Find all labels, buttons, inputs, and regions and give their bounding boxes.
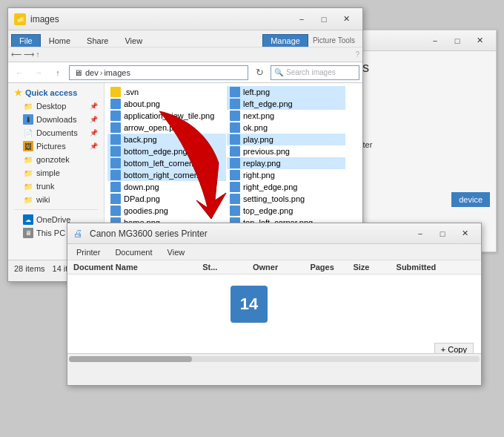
onedrive-icon: ☁ <box>23 214 33 225</box>
printer-maximize-button[interactable]: □ <box>432 226 453 241</box>
path-dev: dev <box>85 68 99 77</box>
list-item[interactable]: goodies.png <box>107 205 226 217</box>
printer-menu-view[interactable]: View <box>165 246 188 258</box>
file-name: setting_tools.png <box>243 194 305 203</box>
forward-button[interactable]: → <box>30 65 47 80</box>
file-name: replay.png <box>243 159 281 168</box>
back-button[interactable]: ← <box>11 65 27 80</box>
maximize-button[interactable]: □ <box>447 33 468 48</box>
quick-access-label: Quick access <box>25 88 77 97</box>
sidebar-item-wiki[interactable]: 📁 wiki <box>8 193 104 206</box>
file-name: next.png <box>243 111 274 120</box>
file-name: about.png <box>124 99 160 108</box>
sidebar-item-pictures[interactable]: 🖼 Pictures 📌 <box>8 139 104 153</box>
sidebar-item-label: Documents <box>36 128 78 137</box>
path-images: images <box>104 68 130 77</box>
list-item[interactable]: application_view_tile.png <box>107 110 226 122</box>
list-item[interactable]: right.png <box>227 169 345 181</box>
list-item[interactable]: about.png <box>107 98 226 110</box>
address-path[interactable]: 🖥 dev › images <box>69 65 248 80</box>
manage-tab[interactable]: Manage <box>262 34 308 47</box>
sidebar-item-downloads[interactable]: ⬇ Downloads 📌 <box>8 113 104 126</box>
maximize-button[interactable]: □ <box>314 12 334 27</box>
refresh-button[interactable]: ↻ <box>251 65 268 80</box>
list-item[interactable]: .svn <box>107 86 226 98</box>
ribbon-tabs: File Home Share View Manage Picture Tool… <box>8 30 362 47</box>
tab-home[interactable]: Home <box>41 34 79 47</box>
file-icon <box>110 170 121 180</box>
printer-window-title: Canon MG3600 series Printer <box>90 229 410 239</box>
file-icon <box>110 111 121 121</box>
quick-access-header[interactable]: ★ Quick access <box>8 86 104 99</box>
tab-share[interactable]: Share <box>79 34 116 47</box>
search-box[interactable]: 🔍 Search images <box>271 65 359 80</box>
close-button[interactable]: ✕ <box>336 12 357 27</box>
list-item[interactable]: down.png <box>107 181 226 193</box>
file-name: top_edge.png <box>243 206 293 215</box>
list-item[interactable]: left_edge.png <box>227 98 345 110</box>
file-name: left_edge.png <box>243 99 293 108</box>
pin-icon: 📌 <box>90 102 98 110</box>
list-item[interactable]: replay.png <box>227 157 345 169</box>
printer-close-button[interactable]: ✕ <box>454 226 475 241</box>
file-name: left.png <box>243 88 270 96</box>
tab-view[interactable]: View <box>116 34 150 47</box>
list-item[interactable]: bottom_edge.png <box>107 145 226 157</box>
printer-scrollbar[interactable] <box>67 353 481 364</box>
printer-menu-document[interactable]: Document <box>112 246 155 258</box>
list-item[interactable]: right_edge.png <box>227 181 345 193</box>
sidebar-item-trunk[interactable]: 📁 trunk <box>8 180 104 193</box>
sidebar-item-label: Pictures <box>36 142 66 151</box>
list-item[interactable]: next.png <box>227 110 345 122</box>
up-button[interactable]: ↑ <box>50 65 66 80</box>
printer-window: 🖨 Canon MG3600 series Printer − □ ✕ Prin… <box>67 223 482 386</box>
close-button[interactable]: ✕ <box>469 33 490 48</box>
sidebar-item-label: OneDrive <box>36 215 70 224</box>
sidebar-item-label: This PC <box>36 229 65 237</box>
sidebar-item-simple[interactable]: 📁 simple <box>8 166 104 180</box>
sidebar-item-gonzotek[interactable]: 📁 gonzotek <box>8 153 104 166</box>
list-item[interactable]: bottom_right_corner.png <box>107 169 226 181</box>
download-icon: ⬇ <box>23 114 33 125</box>
printer-table-body: 14 + Copy <box>67 275 481 364</box>
pc-icon: 🖥 <box>23 228 33 238</box>
printer-table-header: Document Name St... Owner Pages Size Sub… <box>67 260 481 275</box>
printer-icon: 🖨 <box>73 228 85 240</box>
printer-menu-printer[interactable]: Printer <box>73 246 103 258</box>
file-name: ok.png <box>243 123 268 132</box>
col-header-size: Size <box>353 263 396 272</box>
sidebar-item-documents[interactable]: 📄 Documents 📌 <box>8 126 104 139</box>
list-item[interactable]: DPad.png <box>107 193 226 205</box>
list-item[interactable]: back.png <box>107 134 226 145</box>
scrollbar-track <box>69 356 480 362</box>
file-name: down.png <box>124 183 159 191</box>
search-placeholder: Search images <box>286 68 336 76</box>
file-name: application_view_tile.png <box>124 111 214 120</box>
list-item[interactable]: left.png <box>227 86 345 98</box>
list-item[interactable]: setting_tools.png <box>227 193 345 205</box>
file-name: back.png <box>124 135 157 144</box>
list-item[interactable]: bottom_left_corner.png <box>107 157 226 169</box>
minimize-button[interactable]: − <box>291 12 312 27</box>
list-item[interactable]: play.png <box>227 134 345 145</box>
path-icon: 🖥 <box>74 68 82 77</box>
sidebar-item-desktop[interactable]: 📁 Desktop 📌 <box>8 99 104 113</box>
item-count: 28 items <box>14 264 45 273</box>
file-icon <box>230 194 240 204</box>
file-name: previous.png <box>243 147 290 156</box>
file-name: bottom_right_corner.png <box>124 171 212 180</box>
file-icon <box>110 146 121 157</box>
printer-minimize-button[interactable]: − <box>410 226 431 241</box>
sidebar-quick-access: ★ Quick access 📁 Desktop 📌 ⬇ Downloads 📌… <box>8 86 104 206</box>
tab-file[interactable]: File <box>11 34 41 47</box>
pin-icon: 📌 <box>90 142 98 150</box>
list-item[interactable]: ok.png <box>227 122 345 134</box>
list-item[interactable]: previous.png <box>227 145 345 157</box>
add-device-button[interactable]: device <box>451 192 490 207</box>
pin-icon: 📌 <box>90 129 98 137</box>
minimize-button[interactable]: − <box>425 33 445 48</box>
list-item[interactable]: arrow_open.png <box>107 122 226 134</box>
list-item[interactable]: top_edge.png <box>227 205 345 217</box>
file-icon <box>230 99 240 109</box>
file-name: goodies.png <box>124 206 168 215</box>
